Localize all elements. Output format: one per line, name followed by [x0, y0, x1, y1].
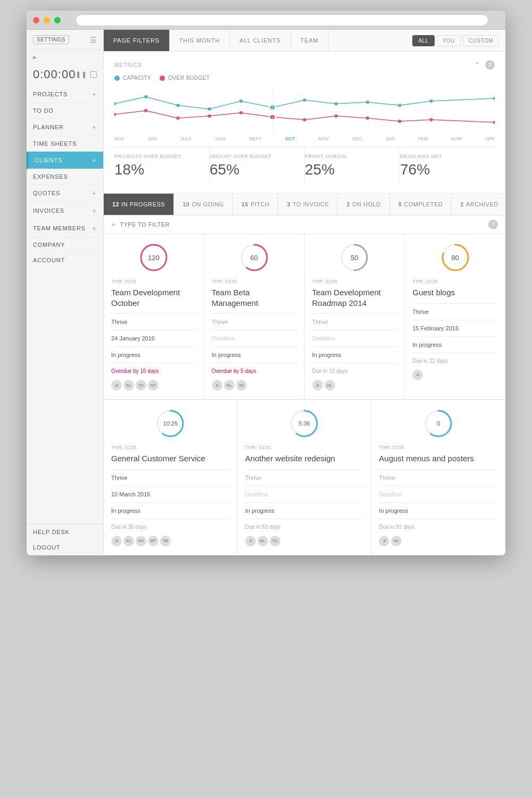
proj-tab-on-hold[interactable]: 2ON HOLD	[338, 194, 389, 215]
sidebar-item-account[interactable]: ACCOUNT	[27, 253, 103, 268]
svg-point-14	[176, 117, 180, 120]
card-deadline: Deadline	[379, 489, 498, 499]
sidebar-item-planner[interactable]: PLANNER+	[27, 119, 103, 136]
avatar-chip: KL	[391, 536, 402, 546]
card-avatars: JIKLTO	[245, 536, 364, 546]
sidebar-item-time-sheets[interactable]: TIME SHEETS	[27, 136, 103, 152]
kpi-projects-over-budget: PROJECTS OVER BUDGET 18%	[114, 147, 210, 185]
filter-tab-page-filters[interactable]: PAGE FILTERS	[104, 30, 170, 51]
chart-label-jun: JUN	[148, 136, 157, 142]
card-client: Thrive	[245, 473, 364, 483]
card-status: In progress	[212, 350, 297, 360]
card-ref: THR: 0235	[412, 279, 498, 284]
chart-label-aug: AUG	[215, 136, 226, 142]
project-card[interactable]: 10:25 THR: 0235 General Customer Service…	[104, 400, 238, 555]
project-card[interactable]: 60 THR: 0235 Team Beta Management Thrive…	[204, 234, 305, 400]
project-tabs: 12IN PROGRESS10ON GOING15PITCH3TO INVOIC…	[104, 194, 505, 215]
plus-icon[interactable]: +	[92, 123, 97, 131]
sidebar-item-company[interactable]: COMPANY	[27, 237, 103, 253]
card-deadline: Deadline	[312, 334, 397, 343]
card-title: Guest blogs	[412, 287, 498, 298]
filter-tab-this-month[interactable]: THIS MONTH	[170, 30, 230, 51]
svg-point-22	[429, 118, 433, 121]
filter-pill-all[interactable]: ALL	[412, 35, 434, 46]
sidebar-item-logout[interactable]: LOGOUT	[27, 540, 103, 555]
project-card[interactable]: 120 THR: 0235 Team Development October T…	[104, 234, 204, 400]
filter-tab-team[interactable]: TEAM	[291, 30, 329, 51]
filter-pill-custom[interactable]: CUSTOM	[463, 35, 499, 46]
sidebar-item-projects[interactable]: PROJECTS+	[27, 86, 103, 103]
card-ref: THR: 0235	[111, 279, 196, 284]
sidebar-top: SETTINGS ☰	[27, 30, 103, 50]
avatar-chip: JI	[412, 370, 423, 380]
card-timing: Overdue by 10 days	[111, 367, 196, 376]
card-ref: THR: 0235	[111, 445, 230, 450]
proj-tab-to-invoice[interactable]: 3TO INVOICE	[278, 194, 338, 215]
project-card[interactable]: 80 THR: 0235 Guest blogs Thrive 15 Febru…	[405, 234, 505, 400]
settings-button[interactable]: SETTINGS	[33, 35, 69, 44]
card-deadline: 15 February 2016	[412, 323, 498, 333]
card-title: August menus and posters	[379, 453, 498, 464]
proj-tab-on-going[interactable]: 10ON GOING	[174, 194, 232, 215]
card-deadline: 10 March 2016	[111, 489, 230, 499]
titlebar	[27, 11, 505, 30]
project-card[interactable]: 0 THR: 0235 August menus and posters Thr…	[371, 400, 505, 555]
sidebar-item-clients[interactable]: CLIENTS+	[27, 152, 103, 169]
plus-icon[interactable]: +	[92, 224, 97, 232]
card-circle: 60	[239, 243, 269, 272]
filter-right: ALLYOUCUSTOM	[406, 35, 505, 46]
plus-icon[interactable]: +	[92, 189, 97, 197]
filter-plus-icon[interactable]: +	[111, 220, 115, 229]
proj-tab-archived[interactable]: 2ARCHIVED	[452, 194, 505, 215]
cards-grid-row2: 10:25 THR: 0235 General Customer Service…	[104, 400, 505, 555]
close-button[interactable]	[33, 17, 39, 23]
filter-help-icon[interactable]: ?	[488, 220, 498, 229]
project-card[interactable]: 50 THR: 0235 Team Development Roadmap 20…	[305, 234, 405, 400]
sidebar-item-team-members[interactable]: TEAM MEMBERS+	[27, 220, 103, 237]
filter-input[interactable]	[120, 221, 484, 228]
filter-tab-all-clients[interactable]: ALL CLIENTS	[230, 30, 290, 51]
minimize-button[interactable]	[44, 17, 50, 23]
sidebar-item-expenses[interactable]: EXPENSES	[27, 169, 103, 185]
maximize-button[interactable]	[54, 17, 61, 23]
svg-point-15	[207, 114, 211, 118]
avatar-chip: JI	[245, 536, 256, 546]
avatar-chip: JI	[379, 536, 389, 546]
avatar-chip: TO	[236, 380, 247, 390]
chart-label-oct: OCT	[285, 136, 295, 142]
avatar-chip: JI	[212, 380, 222, 390]
kpi-deadlines-met: DEADLINES MET 76%	[400, 147, 495, 185]
svg-point-12	[114, 113, 116, 116]
sidebar-item-invoices[interactable]: INVOICES+	[27, 202, 103, 220]
prev-arrow[interactable]: ⌃	[474, 61, 481, 69]
card-avatars: JIKLFOMTTB	[111, 536, 230, 546]
sidebar-item-quotes[interactable]: QUOTES+	[27, 185, 103, 202]
app-body: SETTINGS ☰ ▶ 0:00:00 ❚❚ PROJECTS+TO DOPL…	[27, 30, 505, 555]
metrics-help[interactable]: ?	[485, 60, 495, 70]
url-bar[interactable]	[76, 14, 488, 26]
stop-icon[interactable]	[90, 71, 97, 78]
card-avatars: JIKLTO	[212, 380, 297, 390]
plus-icon[interactable]: +	[92, 90, 97, 98]
app-window: SETTINGS ☰ ▶ 0:00:00 ❚❚ PROJECTS+TO DOPL…	[27, 11, 505, 555]
card-timing: Due in 91 days	[379, 522, 498, 531]
project-card[interactable]: 5:36 THR: 0235 Another website redesign …	[238, 400, 372, 555]
kpi-amount-over-budget: AMOUNT OVER BUDGET 65%	[210, 147, 305, 185]
proj-tab-completed[interactable]: 0COMPLETED	[390, 194, 452, 215]
sidebar-item-help-desk[interactable]: HELP DESK	[27, 525, 103, 540]
card-client: Thrive	[379, 473, 498, 483]
hamburger-icon[interactable]: ☰	[90, 36, 97, 44]
avatar-chip: TB	[160, 536, 171, 546]
svg-point-11	[493, 97, 495, 100]
pause-icon[interactable]: ❚❚	[76, 71, 87, 78]
sidebar-item-to-do[interactable]: TO DO	[27, 103, 103, 119]
metrics-section: METRICS ⌃ ? CAPACITY OVER	[104, 52, 505, 194]
chart-container	[114, 85, 495, 133]
plus-icon[interactable]: +	[92, 156, 97, 164]
proj-tab-in-progress[interactable]: 12IN PROGRESS	[104, 194, 174, 215]
svg-point-10	[429, 99, 433, 103]
filter-pill-you[interactable]: YOU	[437, 35, 461, 46]
plus-icon[interactable]: +	[92, 206, 97, 215]
card-circle: 10:25	[155, 409, 185, 438]
proj-tab-pitch[interactable]: 15PITCH	[233, 194, 279, 215]
